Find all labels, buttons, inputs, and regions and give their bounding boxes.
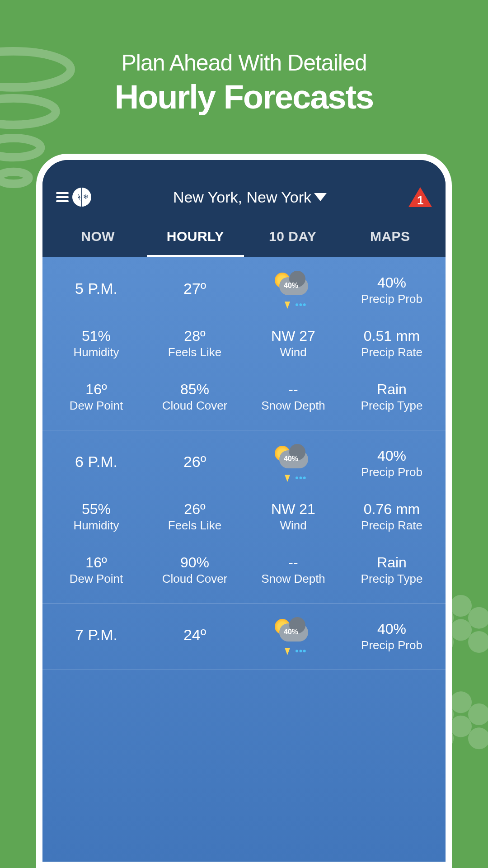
cell-time: 7 P.M.: [47, 621, 145, 652]
cell-precip-rate: 0.51 mmPrecip Rate: [343, 328, 441, 359]
forecast-row[interactable]: 6 P.M. 26º 40% ● ● ● 40%Precip Prob 55%H…: [42, 430, 446, 604]
cell-weather-icon: 40% ● ● ●: [244, 621, 343, 652]
tab-hourly[interactable]: HOURLY: [147, 229, 244, 257]
thunder-rain-icon: 40% ● ● ●: [273, 274, 314, 306]
forecast-row[interactable]: 5 P.M. 27º 40% ● ● ● 40%Precip Prob 51%H…: [42, 257, 446, 430]
cell-precip-type: RainPrecip Type: [343, 381, 441, 413]
cell-time: 6 P.M.: [47, 448, 145, 479]
cell-wind: NW 21Wind: [244, 501, 343, 533]
cell-humidity: 51%Humidity: [47, 328, 145, 359]
tab-now[interactable]: NOW: [49, 229, 147, 257]
cell-dew-point: 16ºDew Point: [47, 381, 145, 413]
weatherbug-logo-icon[interactable]: ❄: [72, 188, 91, 207]
forecast-row[interactable]: 7 P.M. 24º 40% ● ● ● 40%Precip Prob: [42, 604, 446, 670]
forecast-scroll[interactable]: 5 P.M. 27º 40% ● ● ● 40%Precip Prob 51%H…: [42, 257, 446, 862]
tabs-bar: NOW HOURLY 10 DAY MAPS: [42, 216, 446, 257]
cell-cloud-cover: 90%Cloud Cover: [145, 554, 244, 586]
svg-point-14: [468, 727, 488, 749]
cell-precip-prob: 40%Precip Prob: [343, 274, 441, 306]
svg-text:❄: ❄: [83, 193, 89, 200]
alert-badge[interactable]: 1: [408, 187, 432, 207]
chevron-down-icon: [314, 193, 327, 201]
tab-10day[interactable]: 10 DAY: [244, 229, 342, 257]
svg-point-4: [450, 619, 472, 641]
promo-title: Hourly Forecasts: [0, 78, 488, 116]
cell-temp: 24º: [145, 621, 244, 652]
cell-humidity: 55%Humidity: [47, 501, 145, 533]
promo-subtitle: Plan Ahead With Detailed: [0, 50, 488, 76]
menu-icon[interactable]: [56, 192, 69, 202]
alert-count: 1: [417, 193, 423, 208]
cell-precip-prob: 40%Precip Prob: [343, 621, 441, 652]
cell-weather-icon: 40% ● ● ●: [244, 274, 343, 306]
app-header: ❄ New York, New York 1: [42, 160, 446, 216]
app-screen: ❄ New York, New York 1 NOW HOURLY 10 DAY…: [42, 160, 446, 862]
cell-temp: 27º: [145, 274, 244, 306]
temp-value: 27º: [145, 280, 244, 297]
cell-dew-point: 16ºDew Point: [47, 554, 145, 586]
cell-feels-like: 28ºFeels Like: [145, 328, 244, 359]
svg-point-2: [0, 138, 41, 157]
cell-precip-rate: 0.76 mmPrecip Rate: [343, 501, 441, 533]
svg-point-15: [450, 691, 472, 713]
header-left: ❄: [56, 188, 91, 207]
cell-weather-icon: 40% ● ● ●: [244, 448, 343, 479]
cell-temp: 26º: [145, 448, 244, 479]
promo-heading: Plan Ahead With Detailed Hourly Forecast…: [0, 0, 488, 116]
cell-feels-like: 26ºFeels Like: [145, 501, 244, 533]
location-selector[interactable]: New York, New York: [173, 189, 327, 206]
tab-maps[interactable]: MAPS: [342, 229, 439, 257]
svg-point-9: [450, 595, 472, 617]
cell-snow-depth: --Snow Depth: [244, 554, 343, 586]
svg-point-3: [0, 172, 28, 184]
cell-snow-depth: --Snow Depth: [244, 381, 343, 413]
cell-precip-type: RainPrecip Type: [343, 554, 441, 586]
svg-point-10: [450, 716, 472, 737]
thunder-rain-icon: 40% ● ● ●: [273, 448, 314, 479]
svg-point-8: [468, 631, 488, 653]
svg-point-6: [468, 607, 488, 629]
cell-precip-prob: 40%Precip Prob: [343, 448, 441, 479]
cell-wind: NW 27Wind: [244, 328, 343, 359]
cell-cloud-cover: 85%Cloud Cover: [145, 381, 244, 413]
thunder-rain-icon: 40% ● ● ●: [273, 621, 314, 652]
cell-time: 5 P.M.: [47, 274, 145, 306]
svg-point-12: [468, 703, 488, 725]
phone-frame: ❄ New York, New York 1 NOW HOURLY 10 DAY…: [36, 154, 452, 868]
time-value: 5 P.M.: [47, 280, 145, 297]
location-label: New York, New York: [173, 189, 311, 206]
